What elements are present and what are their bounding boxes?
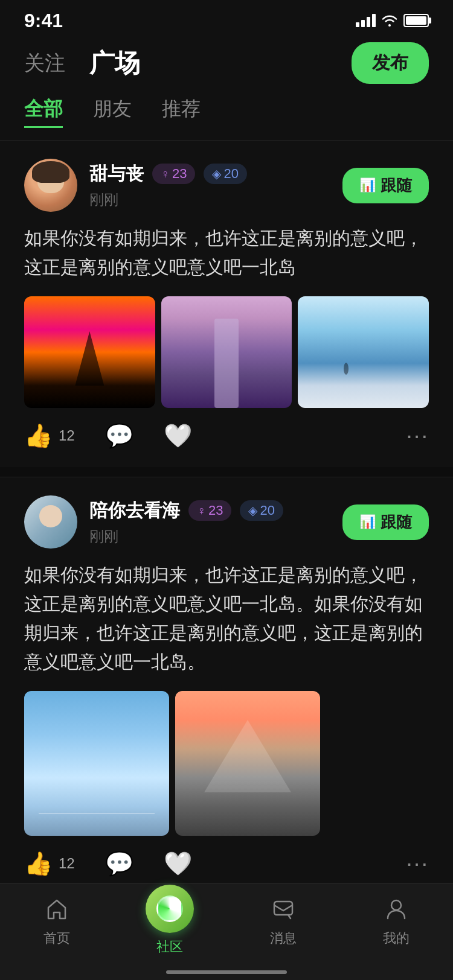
post-info: 甜与丧 ♀ 23 ◈ 20 刚刚 xyxy=(89,162,342,209)
more-button[interactable]: ··· xyxy=(406,851,429,877)
avatar xyxy=(24,159,77,212)
header: 关注 广场 发布 xyxy=(0,36,453,96)
signal-icon xyxy=(356,14,376,27)
follow-button[interactable]: 📊 跟随 xyxy=(342,504,429,540)
nav-profile[interactable]: 我的 xyxy=(340,893,454,947)
post-image-2[interactable] xyxy=(161,296,292,408)
like-button[interactable]: 👍 12 xyxy=(24,850,75,877)
community-label: 社区 xyxy=(156,938,183,956)
post-header: 陪你去看海 ♀ 23 ◈ 20 刚刚 📊 跟随 xyxy=(24,495,429,549)
like-count: 12 xyxy=(59,855,75,872)
like-count: 12 xyxy=(59,427,75,444)
post-image-2[interactable] xyxy=(175,691,320,836)
gender-icon: ♀ xyxy=(197,504,206,518)
post-image-1[interactable] xyxy=(24,691,169,836)
heart-icon: 🤍 xyxy=(164,422,192,449)
post-image-3[interactable] xyxy=(298,296,429,408)
user-row: 甜与丧 ♀ 23 ◈ 20 xyxy=(89,162,342,186)
tab-friends[interactable]: 朋友 xyxy=(93,96,132,128)
community-icon xyxy=(156,896,183,922)
gender-badge: ♀ 23 xyxy=(152,164,195,184)
post-card: 甜与丧 ♀ 23 ◈ 20 刚刚 📊 跟随 如果你没有如期归来，也许这正是离别的… xyxy=(0,140,453,467)
gender-icon: ♀ xyxy=(161,167,170,181)
post-info: 陪你去看海 ♀ 23 ◈ 20 刚刚 xyxy=(89,498,342,546)
nav-community[interactable]: 社区 xyxy=(114,893,227,956)
home-label: 首页 xyxy=(43,929,70,947)
post-content: 如果你没有如期归来，也许这正是离别的意义吧，这正是离别的意义吧意义吧一北岛。如果… xyxy=(24,561,429,676)
post-content: 如果你没有如期归来，也许这正是离别的意义吧，这正是离别的意义吧意义吧一北岛 xyxy=(24,224,429,282)
divider xyxy=(0,467,453,477)
message-icon xyxy=(268,893,299,924)
post-header: 甜与丧 ♀ 23 ◈ 20 刚刚 📊 跟随 xyxy=(24,159,429,212)
like-button[interactable]: 👍 12 xyxy=(24,422,75,449)
avatar xyxy=(24,495,77,549)
nav-home[interactable]: 首页 xyxy=(0,893,114,947)
bottom-nav: 首页 社区 消息 我的 xyxy=(0,883,453,980)
profile-label: 我的 xyxy=(383,929,410,947)
like-icon: 👍 xyxy=(24,850,53,877)
nav-message[interactable]: 消息 xyxy=(226,893,340,947)
tab-recommended[interactable]: 推荐 xyxy=(162,96,201,128)
follow-header-label[interactable]: 关注 xyxy=(24,49,65,77)
follow-icon: 📊 xyxy=(359,514,376,530)
diamond-count: 20 xyxy=(223,166,238,182)
status-bar: 9:41 xyxy=(0,0,453,36)
page-title: 广场 xyxy=(89,46,352,80)
comment-icon: 💬 xyxy=(105,422,133,449)
follow-label: 跟随 xyxy=(381,512,412,533)
svg-point-2 xyxy=(391,900,401,910)
gender-count: 23 xyxy=(172,166,187,182)
post-image-1[interactable] xyxy=(24,296,155,408)
svg-rect-1 xyxy=(274,902,292,915)
image-grid xyxy=(24,296,429,408)
diamond-icon: ◈ xyxy=(212,167,221,181)
user-row: 陪你去看海 ♀ 23 ◈ 20 xyxy=(89,498,342,523)
post-actions: 👍 12 💬 🤍 ··· xyxy=(24,850,429,877)
follow-button[interactable]: 📊 跟随 xyxy=(342,168,429,203)
collect-button[interactable]: 🤍 xyxy=(164,422,192,449)
diamond-icon: ◈ xyxy=(248,503,257,518)
follow-icon: 📊 xyxy=(359,177,376,193)
tab-bar: 全部 朋友 推荐 xyxy=(0,96,453,140)
more-button[interactable]: ··· xyxy=(406,423,429,449)
collect-button[interactable]: 🤍 xyxy=(164,850,192,877)
like-icon: 👍 xyxy=(24,422,53,449)
message-label: 消息 xyxy=(270,929,297,947)
comment-button[interactable]: 💬 xyxy=(105,422,133,449)
comment-button[interactable]: 💬 xyxy=(105,850,133,877)
community-center-button[interactable] xyxy=(146,885,194,933)
follow-label: 跟随 xyxy=(381,175,412,196)
gender-count: 23 xyxy=(208,503,223,518)
status-icons xyxy=(356,14,429,27)
comment-icon: 💬 xyxy=(105,850,133,877)
gender-badge: ♀ 23 xyxy=(188,500,231,521)
heart-icon: 🤍 xyxy=(164,850,192,877)
status-time: 9:41 xyxy=(24,10,63,32)
wifi-icon xyxy=(382,14,397,27)
username: 陪你去看海 xyxy=(89,498,180,523)
publish-button[interactable]: 发布 xyxy=(352,42,429,84)
username: 甜与丧 xyxy=(89,162,144,186)
diamond-count: 20 xyxy=(260,503,274,518)
diamond-badge: ◈ 20 xyxy=(240,500,283,521)
image-grid xyxy=(24,691,429,836)
home-icon xyxy=(41,893,72,924)
home-indicator xyxy=(166,970,287,974)
tab-all[interactable]: 全部 xyxy=(24,96,63,128)
post-actions: 👍 12 💬 🤍 ··· xyxy=(24,422,429,449)
battery-icon xyxy=(403,14,429,27)
profile-icon xyxy=(381,893,412,924)
post-time: 刚刚 xyxy=(89,191,118,208)
diamond-badge: ◈ 20 xyxy=(204,164,246,184)
post-time: 刚刚 xyxy=(89,528,118,544)
